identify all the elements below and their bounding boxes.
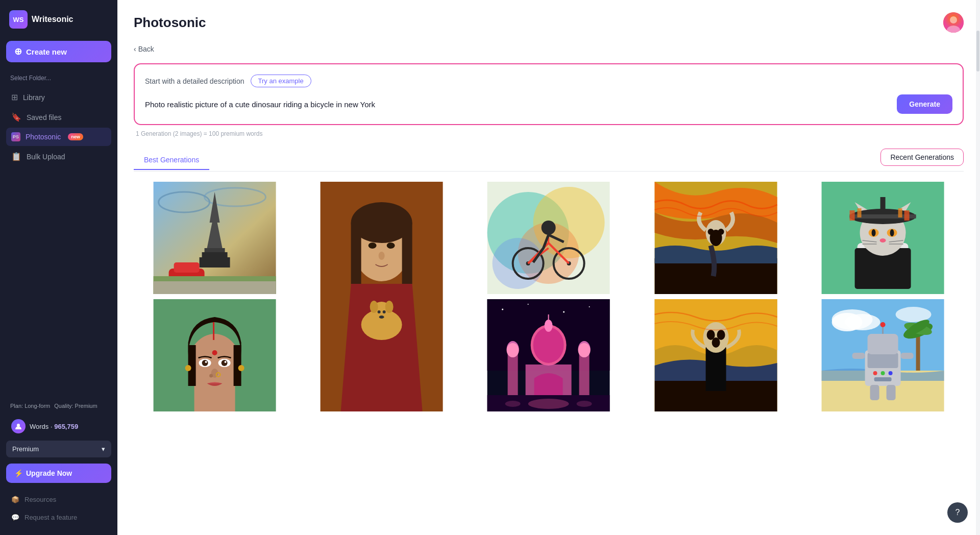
words-avatar [11,419,26,433]
plus-icon: ⊕ [14,47,22,56]
svg-rect-8 [205,248,225,252]
svg-point-144 [880,322,885,327]
premium-dropdown[interactable]: Premium ▾ [6,441,111,457]
sidebar-item-bulk-upload[interactable]: 📋 Bulk Upload [6,147,111,166]
svg-point-116 [577,401,592,407]
svg-rect-146 [900,353,913,359]
main-header: Photosonic [134,12,964,33]
svg-point-67 [871,229,875,236]
image-card-10[interactable] [802,299,964,411]
sidebar-item-library[interactable]: ⊞ Library [6,88,111,107]
tab-best-generations[interactable]: Best Generations [134,151,209,170]
image-card-8[interactable] [468,299,629,411]
svg-rect-145 [852,353,865,359]
help-button[interactable]: ? [947,502,968,523]
svg-point-89 [205,361,207,363]
svg-point-54 [707,229,714,235]
bookmark-icon: 🔖 [11,112,21,122]
sidebar-item-label: Resources [24,496,56,503]
sidebar-item-request-feature[interactable]: 💬 Request a feature [6,509,111,526]
svg-rect-76 [904,210,909,221]
image-card-1[interactable] [134,182,296,294]
svg-point-151 [888,371,892,375]
svg-point-88 [222,360,228,366]
svg-rect-18 [154,281,276,294]
sidebar-item-saved-files[interactable]: 🔖 Saved files [6,108,111,127]
scrollbar-thumb[interactable] [976,31,979,71]
svg-rect-9 [202,252,228,257]
sidebar-bottom: Plan: Long-form Quality: Premium Words ·… [6,401,111,527]
svg-point-150 [880,371,885,375]
image-card-2[interactable] [301,182,462,411]
sidebar-item-label: Photosonic [26,133,61,141]
svg-point-33 [378,310,381,313]
bulk-upload-icon: 📋 [11,152,21,161]
svg-point-2 [950,16,957,23]
scrollbar-track[interactable] [976,0,980,535]
recent-generations-button[interactable]: Recent Generations [880,149,964,166]
image-grid [134,182,964,411]
svg-rect-75 [857,208,861,217]
svg-point-104 [545,320,553,332]
chevron-left-icon: ‹ [134,45,136,53]
upgrade-button[interactable]: ⚡ Upgrade Now [6,464,111,483]
image-card-9[interactable] [635,299,797,411]
svg-rect-74 [849,210,854,221]
tabs-row: Best Generations Recent Generations [134,149,964,172]
svg-point-49 [542,221,556,235]
words-count: 965,759 [54,423,78,430]
svg-point-27 [387,242,395,249]
svg-rect-147 [870,385,879,400]
user-avatar[interactable] [943,12,964,33]
prompt-header: Start with a detailed description Try an… [145,75,952,87]
svg-point-92 [209,374,213,378]
try-example-button[interactable]: Try an example [251,75,311,87]
svg-point-55 [718,229,724,235]
svg-point-34 [383,310,386,313]
sidebar-item-label: Saved files [27,113,61,121]
prompt-input-row: Generate [145,94,952,114]
help-icon: ? [955,508,960,517]
svg-rect-135 [867,353,898,368]
svg-point-73 [879,238,886,242]
image-card-6[interactable] [134,299,296,411]
image-card-5[interactable] [802,182,964,294]
prompt-input[interactable] [145,98,891,111]
svg-rect-24 [351,223,361,284]
svg-point-115 [505,401,521,407]
sidebar-item-photosonic[interactable]: PS Photosonic new [6,128,111,146]
image-card-4[interactable] [635,182,797,294]
image-card-3[interactable] [468,182,629,294]
svg-point-123 [712,337,720,348]
sidebar-item-resources[interactable]: 📦 Resources [6,491,111,508]
svg-point-28 [379,252,385,260]
svg-rect-25 [402,223,412,284]
svg-point-35 [379,315,384,319]
svg-point-87 [202,360,208,366]
generate-button[interactable]: Generate [897,94,952,114]
create-new-button[interactable]: ⊕ Create new [6,41,111,62]
logo-icon: WS [9,10,28,29]
chat-icon: 💬 [11,514,19,521]
library-icon: ⊞ [11,92,18,102]
svg-point-149 [873,371,877,375]
app-name: Writesonic [32,15,74,24]
svg-point-101 [589,306,590,307]
svg-point-68 [890,229,894,236]
svg-point-111 [507,343,519,357]
svg-point-103 [533,327,564,363]
back-link[interactable]: ‹ Back [134,45,964,53]
new-badge: new [68,133,83,140]
svg-point-100 [563,311,565,313]
svg-point-94 [238,365,244,371]
words-row: Words · 965,759 [6,416,111,436]
sidebar: WS Writesonic ⊕ Create new Select Folder… [0,0,117,535]
words-label: Words · 965,759 [30,423,78,430]
chevron-down-icon: ▾ [102,445,105,453]
svg-point-98 [502,309,503,310]
svg-rect-12 [174,262,200,273]
svg-rect-142 [867,334,898,354]
generation-info: 1 Generation (2 images) = 100 premium wo… [134,127,964,140]
svg-point-93 [185,365,191,371]
svg-point-26 [369,242,377,249]
